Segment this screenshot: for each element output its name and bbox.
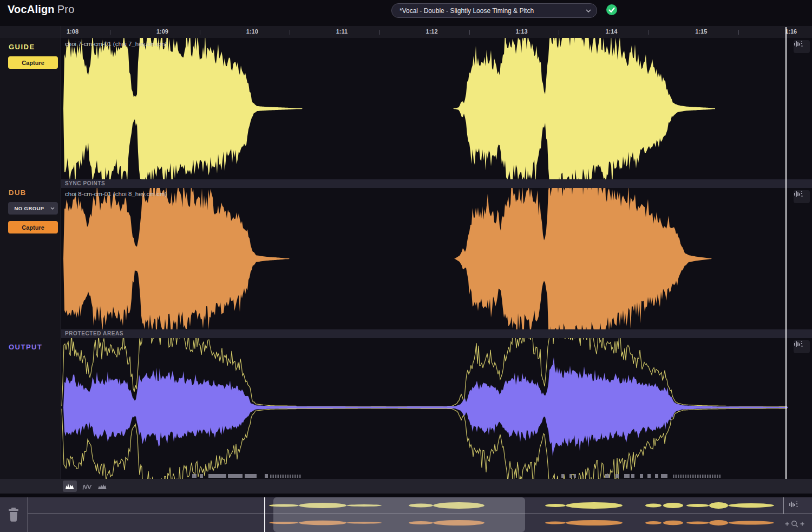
ruler-label: 1:15 bbox=[695, 28, 707, 35]
dub-track[interactable]: choi 8-cm-cm-01 (choi 8_hey.cm.cm) bbox=[0, 188, 812, 329]
guide-capture-button[interactable]: Capture bbox=[8, 56, 58, 69]
app-edition: Pro bbox=[57, 3, 75, 15]
segment-marker-fine bbox=[705, 475, 706, 478]
dub-group-label: NO GROUP bbox=[8, 205, 50, 211]
segment-marker-fine bbox=[299, 475, 301, 478]
ruler-minor-tick bbox=[738, 30, 739, 35]
overview-guide-thumb bbox=[663, 503, 683, 508]
overview-left-divider bbox=[28, 497, 28, 532]
output-track[interactable] bbox=[0, 338, 812, 479]
ruler-minor-tick bbox=[110, 30, 110, 35]
segment-marker-fine bbox=[287, 475, 289, 478]
top-bar: VocAlignPro *Vocal - Double - Slightly L… bbox=[0, 0, 812, 26]
time-ruler[interactable]: 1:081:091:101:111:121:131:141:151:16 bbox=[0, 26, 812, 38]
segment-marker-fine bbox=[294, 475, 296, 478]
sync-points-label: SYNC POINTS bbox=[65, 180, 105, 186]
guide-spot-button[interactable] bbox=[794, 40, 810, 53]
sync-points-lane[interactable]: SYNC POINTS bbox=[61, 179, 812, 188]
overview-zoom-control[interactable] bbox=[784, 519, 806, 530]
preset-label: *Vocal - Double - Slightly Loose Timing … bbox=[400, 7, 586, 15]
dub-spot-button[interactable] bbox=[794, 190, 810, 203]
overview-dub-thumb bbox=[686, 521, 709, 524]
ruler-label: 1:13 bbox=[516, 28, 528, 35]
segment-marker bbox=[655, 474, 658, 478]
preset-dropdown[interactable]: *Vocal - Double - Slightly Loose Timing … bbox=[391, 3, 597, 18]
check-icon bbox=[606, 4, 618, 16]
overview-navigator bbox=[0, 497, 812, 532]
sidebar: GUIDE Capture DUB NO GROUP Capture OUTPU… bbox=[0, 38, 61, 479]
overview-playline[interactable] bbox=[264, 497, 265, 532]
segment-marker-fine bbox=[715, 475, 716, 478]
overview-spot-button[interactable] bbox=[788, 500, 799, 510]
protected-areas-lane[interactable]: PROTECTED AREAS bbox=[61, 329, 812, 338]
pitch-line-icon bbox=[82, 482, 92, 491]
app-logo: VocAlignPro bbox=[8, 3, 75, 16]
ruler-label: 1:12 bbox=[426, 28, 438, 35]
segment-marker bbox=[245, 474, 257, 478]
segment-marker-fine bbox=[697, 475, 699, 478]
segment-marker-fine bbox=[678, 475, 679, 478]
dub-group-selector[interactable]: NO GROUP bbox=[8, 202, 58, 215]
overview-guide-thumb bbox=[545, 504, 566, 507]
ruler-label: 1:10 bbox=[246, 28, 258, 35]
segment-marker-fine bbox=[292, 475, 294, 478]
segment-marker bbox=[605, 474, 610, 478]
segment-marker-fine bbox=[717, 475, 718, 478]
ruler-minor-tick bbox=[379, 30, 380, 35]
output-spot-button[interactable] bbox=[794, 340, 810, 353]
view-window-selector[interactable] bbox=[273, 497, 525, 532]
zoom-magnifier-icon bbox=[784, 519, 806, 529]
view-toolbar bbox=[0, 479, 812, 494]
guide-waveform[interactable] bbox=[0, 38, 812, 179]
segment-marker-fine bbox=[680, 475, 682, 478]
overview-right-divider bbox=[783, 497, 784, 514]
segment-marker-fine bbox=[278, 475, 279, 478]
guide-track[interactable]: choi 7-cm-cm-01 (choi 7_hey.cm.cm) bbox=[0, 38, 812, 179]
overview-dub-thumb bbox=[709, 520, 728, 525]
chevron-down-icon bbox=[586, 9, 591, 12]
guide-section-title: GUIDE bbox=[9, 43, 35, 51]
overview-guide-thumb bbox=[566, 502, 623, 509]
segment-marker-fine bbox=[285, 475, 286, 478]
waveform-view-icon bbox=[65, 482, 75, 491]
segment-marker-fine bbox=[280, 475, 281, 478]
guide-wave-shape bbox=[63, 38, 715, 179]
segment-marker-fine bbox=[710, 475, 711, 478]
dub-waveform[interactable] bbox=[0, 188, 812, 329]
segment-marker-fine bbox=[719, 475, 721, 478]
segment-marker-fine bbox=[676, 475, 677, 478]
segment-marker-fine bbox=[683, 475, 684, 478]
segment-marker-fine bbox=[700, 475, 702, 478]
waveform-view-button[interactable] bbox=[63, 481, 77, 492]
overview-dub-thumb bbox=[645, 521, 662, 524]
ruler-label: 1:09 bbox=[156, 28, 168, 35]
segment-marker bbox=[640, 474, 643, 478]
pitch-line-view-button[interactable] bbox=[80, 481, 94, 492]
output-section-title: OUTPUT bbox=[9, 343, 42, 351]
waveform-sparkle-icon bbox=[794, 40, 803, 48]
segment-marker-fine bbox=[707, 475, 709, 478]
segment-marker-fine bbox=[290, 475, 291, 478]
waveform-sparkle-icon bbox=[794, 340, 803, 348]
output-waveform[interactable] bbox=[0, 338, 812, 479]
segment-marker-fine bbox=[692, 475, 694, 478]
segment-marker-fine bbox=[270, 475, 272, 478]
overview-guide-thumb bbox=[709, 502, 728, 509]
dub-capture-button[interactable]: Capture bbox=[8, 221, 58, 233]
ruler-divider bbox=[61, 26, 61, 38]
energy-view-button[interactable] bbox=[95, 481, 109, 492]
ruler-label: 1:16 bbox=[785, 28, 797, 35]
overview-guide-thumb bbox=[645, 504, 662, 508]
ruler-minor-tick bbox=[559, 30, 559, 35]
playhead bbox=[785, 27, 787, 479]
segment-marker-fine bbox=[273, 475, 274, 478]
segment-marker-fine bbox=[275, 475, 277, 478]
overview-guide-thumb bbox=[686, 504, 709, 507]
overview-dub-thumb bbox=[566, 520, 623, 525]
segment-marker-fine bbox=[712, 475, 713, 478]
segment-marker bbox=[647, 474, 651, 478]
segment-marker-fine bbox=[685, 475, 687, 478]
segment-marker bbox=[574, 474, 576, 478]
ruler-minor-tick bbox=[649, 30, 649, 35]
segment-marker bbox=[208, 474, 226, 478]
